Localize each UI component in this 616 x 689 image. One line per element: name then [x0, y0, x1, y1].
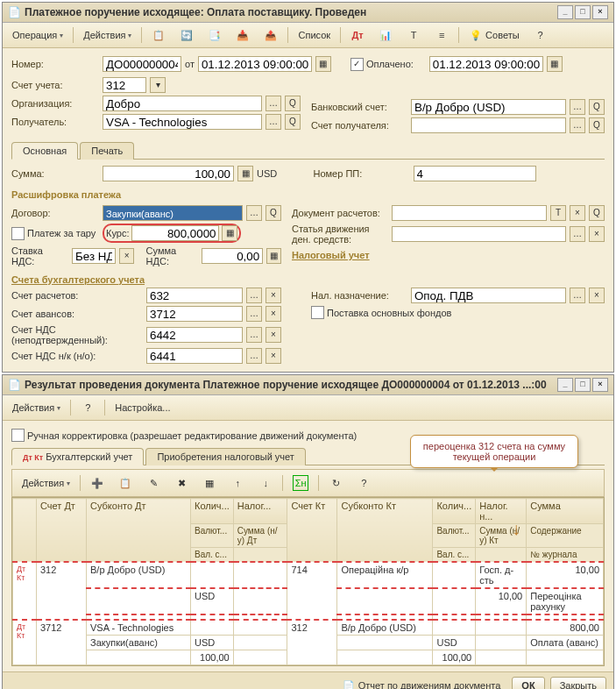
tool-icon[interactable]: 📤	[258, 25, 284, 45]
paid-checkbox[interactable]: ✓Оплачено:	[350, 58, 414, 71]
org-input[interactable]	[103, 96, 262, 111]
maximize-button[interactable]: □	[575, 5, 591, 19]
edit-icon[interactable]: ✎	[140, 473, 166, 493]
manual-checkbox[interactable]: Ручная корректировка (разрешает редактир…	[11, 429, 357, 442]
actions-menu[interactable]: Действия▾	[77, 27, 138, 43]
open-icon[interactable]: Q	[285, 114, 301, 130]
settings-button[interactable]: Настройка...	[109, 400, 176, 416]
close-button[interactable]: ×	[592, 378, 608, 392]
bankacc-input[interactable]	[411, 99, 566, 115]
col-qty[interactable]: Колич...	[191, 499, 234, 524]
vatsum-input[interactable]	[202, 248, 263, 264]
docrasch-input[interactable]	[392, 205, 547, 221]
col-content[interactable]: Содержание	[527, 524, 604, 548]
maximize-button[interactable]: □	[575, 378, 591, 392]
calc-icon[interactable]: ▦	[266, 248, 281, 264]
minimize-button[interactable]: _	[557, 378, 573, 392]
select-icon[interactable]: …	[266, 114, 281, 130]
clear-icon[interactable]: ×	[589, 226, 605, 242]
tool-icon[interactable]: 📥	[230, 25, 256, 45]
col-acckt[interactable]: Счет Кт	[287, 499, 337, 563]
close-button[interactable]: ×	[592, 5, 608, 19]
select-icon[interactable]: …	[246, 205, 262, 221]
select-icon[interactable]: …	[570, 288, 585, 303]
help-icon[interactable]: ?	[350, 473, 377, 493]
accvat1-input[interactable]	[146, 327, 243, 343]
select-icon[interactable]: …	[570, 226, 585, 242]
select-icon[interactable]: …	[266, 96, 281, 111]
help-button[interactable]: ?	[74, 398, 101, 417]
contract-input[interactable]: Закупки(аванс)	[103, 205, 243, 221]
clear-icon[interactable]: ×	[119, 248, 134, 264]
select-icon[interactable]: …	[570, 99, 585, 115]
account-input[interactable]	[103, 77, 146, 93]
sum-input[interactable]	[103, 166, 234, 181]
ok-button[interactable]: ОК	[512, 677, 544, 689]
operation-menu[interactable]: Операция▾	[6, 27, 69, 43]
tool-icon[interactable]: T	[400, 25, 427, 45]
movart-input[interactable]	[392, 226, 566, 242]
vatrate-input[interactable]	[72, 248, 116, 264]
accrasch-input[interactable]	[146, 288, 243, 303]
col-vals[interactable]: Вал. с...	[191, 548, 234, 563]
tool-icon[interactable]: 📑	[202, 25, 228, 45]
list-button[interactable]: Список	[292, 27, 336, 43]
help-button[interactable]: ?	[527, 25, 554, 45]
open-icon[interactable]: Q	[589, 117, 605, 133]
tab-print[interactable]: Печать	[80, 142, 134, 160]
col-subdt[interactable]: Субконто Дт	[87, 499, 191, 563]
open-icon[interactable]: Q	[589, 205, 605, 221]
col-cur[interactable]: Валют...	[433, 524, 476, 548]
clear-icon[interactable]: ×	[266, 288, 281, 303]
recipient-input[interactable]	[103, 114, 262, 130]
supplyfunds-checkbox[interactable]: Поставка основных фондов	[311, 306, 451, 319]
tool-icon[interactable]: 🔄	[173, 25, 200, 45]
clear-icon[interactable]: ×	[570, 205, 585, 221]
up-icon[interactable]: ↑	[224, 473, 251, 493]
calc-icon[interactable]: ▦	[237, 166, 253, 181]
select-icon[interactable]: …	[570, 117, 585, 133]
calc-icon[interactable]: ▦	[222, 225, 237, 241]
accavans-input[interactable]	[146, 306, 243, 322]
open-icon[interactable]: Q	[266, 205, 281, 221]
delete-icon[interactable]: ✖	[168, 473, 195, 493]
col-vals[interactable]: Вал. с...	[433, 548, 476, 563]
accvat2-input[interactable]	[146, 348, 243, 364]
select-icon[interactable]: …	[246, 288, 262, 303]
col-sumdt[interactable]: Сумма (н/у) Дт	[233, 524, 287, 548]
copy-icon[interactable]: 📋	[112, 473, 138, 493]
col-qty[interactable]: Колич...	[433, 499, 476, 524]
actions-menu[interactable]: Действия▾	[16, 475, 76, 491]
open-icon[interactable]: Q	[589, 99, 605, 115]
ppnum-input[interactable]	[414, 166, 536, 181]
tool-icon[interactable]: 📋	[145, 25, 172, 45]
clear-icon[interactable]: ×	[589, 288, 605, 303]
col-subkt[interactable]: Субконто Кт	[337, 499, 433, 563]
dropdown-icon[interactable]: ▾	[150, 77, 166, 93]
actions-menu[interactable]: Действия▾	[6, 400, 67, 416]
taxdest-input[interactable]	[411, 288, 566, 303]
add-icon[interactable]: ➕	[84, 473, 110, 493]
report-button[interactable]: 📄Отчет по движениям документа	[336, 676, 507, 689]
col-accdt[interactable]: Счет Дт	[37, 499, 87, 563]
close-button[interactable]: Закрыть	[550, 677, 606, 689]
clear-icon[interactable]: ×	[266, 348, 281, 364]
col-cur[interactable]: Валют...	[191, 524, 234, 548]
type-icon[interactable]: T	[550, 205, 566, 221]
number-input[interactable]	[103, 56, 181, 72]
recipacc-input[interactable]	[411, 117, 566, 133]
select-icon[interactable]: …	[246, 327, 262, 343]
col-tax[interactable]: Налог...	[233, 499, 287, 524]
dtkt-icon[interactable]: Дт	[344, 25, 371, 45]
tare-checkbox[interactable]: Платеж за тару	[11, 227, 99, 240]
table-row[interactable]: ДтКт 312 В/р Добро (USD) 714 Операційна …	[13, 562, 604, 588]
col-sum[interactable]: Сумма	[527, 499, 604, 524]
down-icon[interactable]: ↓	[252, 473, 279, 493]
refresh-icon[interactable]: ↻	[322, 473, 349, 493]
tab-main[interactable]: Основная	[11, 142, 78, 160]
calendar-icon[interactable]: ▦	[315, 56, 331, 72]
col-jrn[interactable]: № журнала	[527, 548, 604, 563]
table-row[interactable]: ДтКт 3712 VSA - Technologies 312 В/р Доб…	[13, 620, 604, 636]
paid-date-input[interactable]	[429, 56, 543, 72]
sum-icon[interactable]: Σн	[287, 472, 315, 494]
